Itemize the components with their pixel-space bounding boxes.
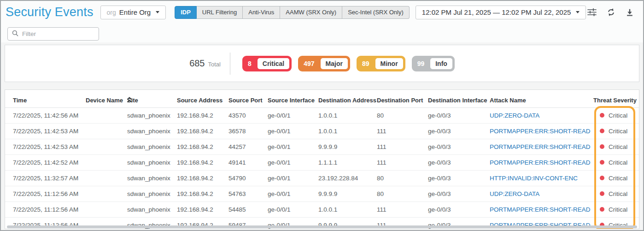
column-header-destination-address[interactable]: Destination Address xyxy=(318,94,377,107)
column-header-device-name[interactable]: Device Name xyxy=(86,94,127,107)
cell-time: 7/22/2025, 11:12:56 AM xyxy=(5,186,86,201)
filter-settings-button[interactable] xyxy=(587,8,597,16)
date-range-selector[interactable]: 12:02 PM Jul 21, 2025 — 12:02 PM Jul 22,… xyxy=(416,6,586,19)
attack-name-link[interactable]: HTTP:INVALID:INV-CONT-ENC xyxy=(490,175,578,182)
filter-box xyxy=(7,27,99,41)
cell-time: 7/22/2025, 11:12:56 AM xyxy=(5,201,86,217)
cell-destination-port: 111 xyxy=(377,123,428,139)
horizontal-scrollbar[interactable] xyxy=(7,225,637,228)
cell-destination-address: 23.192.228.84 xyxy=(318,170,377,186)
attack-name-link[interactable]: UDP:ZERO-DATA xyxy=(490,112,539,119)
org-selector[interactable]: org Entire Org xyxy=(100,6,166,19)
filter-settings-icon xyxy=(587,8,597,16)
summary-divider xyxy=(230,53,230,75)
badge-label: Minor xyxy=(375,58,403,69)
cell-attack-name: PORTMAPPER:ERR:SHORT-READ xyxy=(490,123,593,139)
column-header-source-address[interactable]: Source Address xyxy=(177,94,228,107)
cell-source-port: 43570 xyxy=(228,107,268,123)
cell-source-interface: ge-0/0/1 xyxy=(268,154,318,170)
table-row[interactable]: 7/22/2025, 11:12:56 AMsdwan_phoenix192.1… xyxy=(5,201,639,217)
table-row[interactable]: 7/22/2025, 11:42:52 AMsdwan_phoenix192.1… xyxy=(5,154,639,170)
cell-source-address: 192.168.94.2 xyxy=(177,139,228,154)
badge-label: Critical xyxy=(258,58,289,69)
events-table-panel: TimeDevice NameSiteSource AddressSource … xyxy=(5,89,639,229)
cell-destination-address: 1.0.0.1 xyxy=(318,123,377,139)
tab-sec-intel-srx-only[interactable]: Sec-Intel (SRX Only) xyxy=(342,6,410,19)
cell-source-address: 192.168.94.2 xyxy=(177,201,228,217)
top-bar-row: Security Events org Entire Org IDPURL Fi… xyxy=(1,1,643,19)
refresh-button[interactable] xyxy=(607,8,615,17)
cell-site: sdwan_phoenix xyxy=(127,123,177,139)
severity-label: Critical xyxy=(609,143,627,150)
cell-destination-port: 80 xyxy=(377,186,428,201)
table-row[interactable]: 7/22/2025, 11:12:56 AMsdwan_phoenix192.1… xyxy=(5,186,639,201)
tab-aamw-srx-only[interactable]: AAMW (SRX Only) xyxy=(280,6,342,19)
date-range-value: 12:02 PM Jul 21, 2025 — 12:02 PM Jul 22,… xyxy=(422,8,571,16)
cell-destination-address: 9.9.9.9 xyxy=(318,139,377,154)
severity-cell: Critical xyxy=(593,171,639,186)
column-header-time[interactable]: Time xyxy=(5,94,86,107)
summary-inner: 685 Total 8Critical497Major89Minor99Info xyxy=(189,53,455,75)
badge-minor[interactable]: 89Minor xyxy=(357,56,405,71)
column-header-source-port[interactable]: Source Port xyxy=(228,94,268,107)
cell-device-name xyxy=(86,139,127,154)
column-header-site[interactable]: Site xyxy=(127,94,177,107)
cell-source-address: 192.168.94.2 xyxy=(177,123,228,139)
badge-count: 8 xyxy=(243,57,256,71)
cell-destination-address: 1.0.0.1 xyxy=(318,201,377,217)
severity-label: Critical xyxy=(609,128,627,135)
column-header-destination-interface[interactable]: Destination Interface xyxy=(428,94,490,107)
badge-info[interactable]: 99Info xyxy=(412,56,455,71)
cell-destination-port: 80 xyxy=(377,170,428,186)
cell-site: sdwan_phoenix xyxy=(127,201,177,217)
cell-destination-port: 111 xyxy=(377,139,428,154)
cell-time: 7/22/2025, 11:42:53 AM xyxy=(5,139,86,154)
attack-name-link[interactable]: PORTMAPPER:ERR:SHORT-READ xyxy=(490,206,591,213)
column-header-destination-port[interactable]: Destination Port xyxy=(377,94,428,107)
table-body: 7/22/2025, 11:42:56 AMsdwan_phoenix192.1… xyxy=(5,107,639,229)
cell-source-port: 54790 xyxy=(228,170,268,186)
attack-name-link[interactable]: PORTMAPPER:ERR:SHORT-READ xyxy=(490,128,591,135)
cell-source-interface: ge-0/0/1 xyxy=(268,170,318,186)
table-row[interactable]: 7/22/2025, 11:42:53 AMsdwan_phoenix192.1… xyxy=(5,123,639,139)
attack-name-link[interactable]: PORTMAPPER:ERR:SHORT-READ xyxy=(490,159,591,166)
badge-major[interactable]: 497Major xyxy=(298,56,350,71)
table-row[interactable]: 7/22/2025, 11:32:57 AMsdwan_phoenix192.1… xyxy=(5,170,639,186)
cell-destination-interface: ge-0/0/3 xyxy=(428,123,490,139)
total-value: 685 xyxy=(189,58,205,69)
cell-time: 7/22/2025, 11:42:52 AM xyxy=(5,154,86,170)
table-row[interactable]: 7/22/2025, 11:42:53 AMsdwan_phoenix192.1… xyxy=(5,139,639,154)
cell-threat-severity: Critical xyxy=(593,201,639,217)
attack-name-link[interactable]: UDP:ZERO-DATA xyxy=(490,190,539,197)
tab-idp[interactable]: IDP xyxy=(175,6,197,19)
column-header-threat-severity[interactable]: Threat Severity xyxy=(593,94,639,107)
severity-label: Critical xyxy=(609,112,627,119)
cell-threat-severity: Critical xyxy=(593,170,639,186)
download-button[interactable] xyxy=(626,8,634,17)
attack-name-link[interactable]: PORTMAPPER:ERR:SHORT-READ xyxy=(490,143,591,150)
column-header-source-interface[interactable]: Source Interface xyxy=(268,94,318,107)
cell-destination-address: 1.1.1.1 xyxy=(318,154,377,170)
cell-attack-name: UDP:ZERO-DATA xyxy=(490,186,593,201)
tab-url-filtering[interactable]: URL Filtering xyxy=(197,6,243,19)
cell-destination-address: 9.9.9.9 xyxy=(318,186,377,201)
table-row[interactable]: 7/22/2025, 11:42:56 AMsdwan_phoenix192.1… xyxy=(5,107,639,123)
total-count: 685 Total xyxy=(189,58,221,69)
severity-cell: Critical xyxy=(593,155,639,170)
cell-destination-interface: ge-0/0/3 xyxy=(428,170,490,186)
tab-anti-virus[interactable]: Anti-Virus xyxy=(243,6,280,19)
column-header-attack-name[interactable]: Attack Name xyxy=(490,94,593,107)
page-title: Security Events xyxy=(6,5,94,19)
download-icon xyxy=(626,8,634,17)
column-header-label: Source Port xyxy=(228,97,263,104)
cell-source-address: 192.168.94.2 xyxy=(177,107,228,123)
badge-critical[interactable]: 8Critical xyxy=(242,56,292,71)
filter-input[interactable] xyxy=(22,30,104,37)
cell-device-name xyxy=(86,186,127,201)
cell-threat-severity: Critical xyxy=(593,139,639,154)
cell-destination-port: 111 xyxy=(377,201,428,217)
toolbar-icons xyxy=(587,8,638,17)
severity-badges: 8Critical497Major89Minor99Info xyxy=(242,56,455,71)
cell-time: 7/22/2025, 11:42:56 AM xyxy=(5,107,86,123)
cell-site: sdwan_phoenix xyxy=(127,139,177,154)
